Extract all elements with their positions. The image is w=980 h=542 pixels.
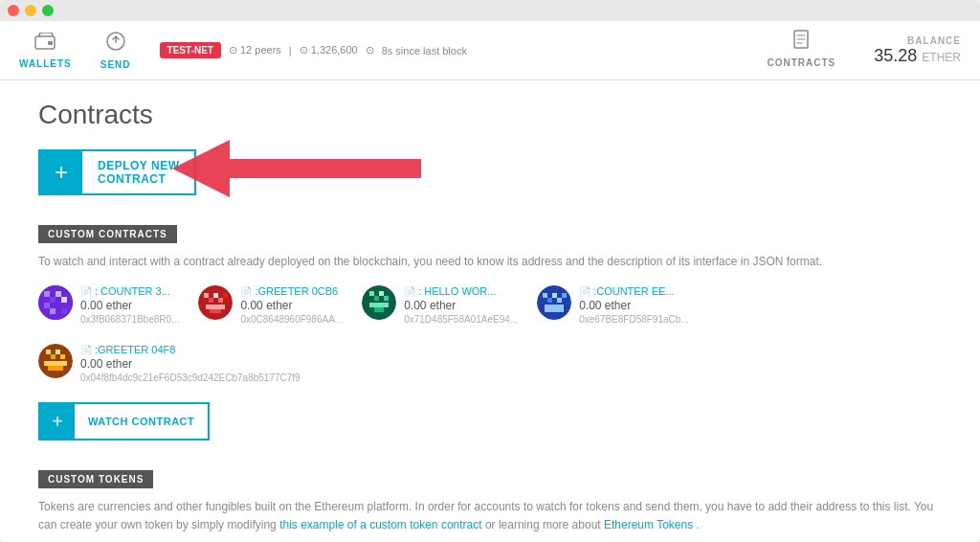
contract-item[interactable]: 📄 :COUNTER EE... 0.00 ether 0xe67BE8FD58…: [537, 285, 689, 325]
contract-name: 📄 :GREETER 04F8: [80, 344, 301, 355]
contract-balance: 0.00 ether: [80, 299, 179, 312]
custom-contracts-section: CUSTOM CONTRACTS To watch and interact w…: [38, 224, 942, 440]
custom-contracts-header: CUSTOM CONTRACTS: [38, 225, 177, 243]
contract-balance: 0.00 ether: [404, 299, 518, 312]
doc-icon: 📄: [579, 286, 590, 297]
svg-rect-29: [543, 293, 547, 298]
contract-address: 0xe67BE8FD58F91aCb...: [579, 314, 689, 325]
contract-item[interactable]: 📄 :GREETER 04F8 0.00 ether 0x04f8fb4dc9c…: [38, 344, 301, 383]
divider2: ⊙: [366, 44, 374, 56]
token-contract-link[interactable]: this example of a custom token contract: [279, 518, 481, 531]
contract-avatar: [38, 285, 73, 320]
app-window: WALLETS SEND TEST-NET ⊙ 12 peers | ⊙ 1,3…: [0, 0, 980, 542]
contract-name: 📄 :COUNTER EE...: [579, 285, 689, 297]
lastblock-stat: 8s since last block: [382, 45, 467, 56]
contract-info: 📄 :COUNTER EE... 0.00 ether 0xe67BE8FD58…: [579, 285, 689, 325]
contract-info: 📄 : COUNTER 3... 0.00 ether 0x3fB068371B…: [80, 285, 179, 325]
contract-name: 📄 : HELLO WOR...: [404, 285, 518, 297]
contract-address: 0x0C8648960F986AA...: [240, 314, 343, 325]
svg-rect-37: [51, 354, 56, 359]
watch-contract-button[interactable]: + WATCH CONTRACT: [38, 402, 210, 440]
contracts-grid: 📄 : COUNTER 3... 0.00 ether 0x3fB068371B…: [38, 285, 942, 383]
svg-rect-27: [374, 307, 384, 312]
deploy-plus-icon: +: [40, 151, 82, 193]
svg-rect-23: [374, 296, 379, 301]
testnet-badge: TEST-NET: [160, 42, 221, 58]
close-button[interactable]: [8, 5, 19, 16]
ethereum-tokens-link[interactable]: Ethereum Tokens: [604, 518, 693, 531]
svg-rect-38: [56, 350, 60, 354]
nav-contracts[interactable]: CONTRACTS: [747, 22, 855, 79]
wallet-icon: [34, 33, 56, 55]
svg-marker-4: [172, 140, 421, 197]
contract-item[interactable]: 📄 :GREETER 0CB6 0.00 ether 0x0C8648960F9…: [198, 285, 343, 325]
balance-section: BALANCE 35.28 ETHER: [855, 35, 961, 66]
deploy-new-contract-button[interactable]: + DEPLOY NEWCONTRACT: [38, 149, 196, 195]
nav-wallets[interactable]: WALLETS: [19, 33, 72, 69]
contract-balance: 0.00 ether: [579, 299, 689, 312]
svg-rect-6: [44, 291, 50, 297]
contract-address: 0x04f8fb4dc9c21eF6D53c9d242ECb7a8b5177C7…: [80, 373, 301, 383]
svg-rect-30: [552, 293, 557, 298]
svg-rect-1: [48, 41, 53, 45]
contract-avatar: [537, 285, 571, 320]
contract-avatar: [362, 285, 396, 320]
contract-item[interactable]: 📄 : COUNTER 3... 0.00 ether 0x3fB068371B…: [38, 285, 179, 325]
minimize-button[interactable]: [25, 5, 36, 16]
svg-rect-10: [61, 297, 67, 303]
contract-balance: 0.00 ether: [240, 299, 343, 312]
contract-name: 📄 :GREETER 0CB6: [240, 285, 343, 297]
page-title: Contracts: [38, 100, 942, 130]
svg-rect-12: [61, 308, 67, 314]
svg-rect-14: [204, 293, 209, 298]
contract-avatar: [198, 285, 233, 320]
svg-rect-26: [369, 303, 389, 307]
arrow-annotation: [172, 130, 440, 211]
contract-address: 0x71D485F58A01AeE94...: [404, 314, 518, 325]
contract-balance: 0.00 ether: [80, 357, 301, 371]
svg-rect-34: [545, 305, 564, 312]
balance-label: BALANCE: [907, 35, 961, 46]
custom-tokens-header: CUSTOM TOKENS: [38, 470, 153, 488]
svg-rect-7: [50, 297, 56, 303]
contracts-label: CONTRACTS: [767, 57, 835, 68]
network-info: TEST-NET ⊙ 12 peers | ⊙ 1,326,600 ⊙ 8s s…: [160, 42, 748, 58]
svg-rect-24: [379, 291, 384, 296]
peers-stat: ⊙ 12 peers: [229, 44, 281, 56]
doc-icon: 📄: [404, 286, 415, 297]
watch-button-wrap: + WATCH CONTRACT: [38, 402, 942, 440]
svg-rect-19: [206, 305, 225, 309]
balance-value: 35.28 ETHER: [874, 46, 961, 66]
svg-rect-20: [210, 309, 221, 313]
contract-address: 0x3fB068371Bbe8R0...: [80, 314, 179, 325]
contract-item[interactable]: 📄 : HELLO WOR... 0.00 ether 0x71D485F58A…: [362, 285, 518, 325]
svg-rect-41: [48, 366, 63, 371]
svg-rect-15: [209, 298, 213, 303]
svg-rect-18: [223, 293, 228, 298]
maximize-button[interactable]: [42, 5, 54, 16]
svg-rect-16: [213, 293, 218, 298]
watch-text: WATCH CONTRACT: [75, 416, 208, 427]
tokens-description: Tokens are currencies and other fungible…: [38, 498, 942, 534]
svg-rect-11: [50, 308, 56, 314]
custom-contracts-desc: To watch and interact with a contract al…: [38, 253, 942, 270]
doc-icon: 📄: [80, 286, 92, 297]
main-content: Contracts + DEPLOY NEWCONTRACT CUSTOM CO…: [0, 80, 980, 542]
deploy-text: DEPLOY NEWCONTRACT: [82, 159, 194, 186]
divider1: |: [289, 45, 292, 56]
svg-rect-36: [46, 350, 51, 354]
contract-info: 📄 :GREETER 04F8 0.00 ether 0x04f8fb4dc9c…: [80, 344, 301, 383]
svg-rect-17: [218, 298, 223, 303]
contract-info: 📄 :GREETER 0CB6 0.00 ether 0x0C8648960F9…: [240, 285, 343, 325]
watch-plus-icon: +: [40, 404, 75, 439]
contracts-icon: [792, 30, 810, 54]
svg-rect-31: [562, 293, 567, 298]
svg-rect-40: [44, 361, 67, 366]
svg-rect-8: [56, 291, 61, 297]
wallets-label: WALLETS: [19, 58, 72, 69]
svg-rect-25: [384, 296, 389, 301]
doc-icon: 📄: [80, 345, 92, 355]
right-nav: CONTRACTS BALANCE 35.28 ETHER: [747, 22, 961, 79]
svg-rect-39: [60, 354, 65, 359]
nav-send[interactable]: SEND: [100, 32, 131, 70]
